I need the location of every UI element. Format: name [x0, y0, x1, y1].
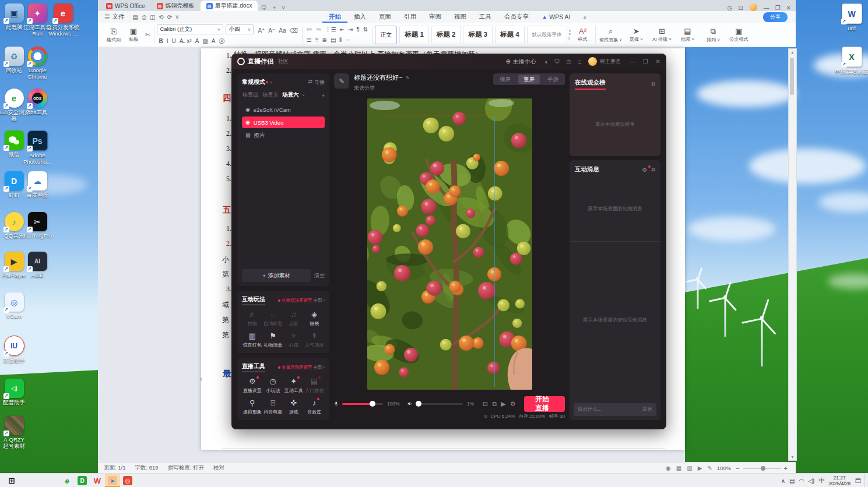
source-USB3 Video[interactable]: ◉USB3 Video: [242, 117, 325, 128]
wps-window-tab[interactable]: ▤最早搭建.docx: [201, 1, 258, 11]
mode-手游[interactable]: 手游: [542, 75, 564, 84]
speaker-volume-slider[interactable]: [416, 403, 463, 405]
cut-icon[interactable]: ✄: [143, 30, 152, 39]
headset-icon[interactable]: ◑: [544, 58, 548, 65]
toolbar-icon[interactable]: ≡: [314, 36, 321, 44]
toolbar-icon[interactable]: A⁻: [266, 27, 277, 34]
tool-AI 排版[interactable]: ⊞AI 排版 ˅: [649, 27, 675, 43]
tab-插入[interactable]: 插入: [347, 11, 372, 23]
tool-选择[interactable]: ➤选择 ˅: [624, 27, 649, 43]
feature-游戏[interactable]: ✜游戏: [283, 399, 304, 415]
taskbar-wps[interactable]: W: [90, 474, 105, 487]
redo-icon[interactable]: ⟳: [166, 13, 174, 22]
minimize-button[interactable]: —: [630, 58, 635, 65]
vertical-scrollbar[interactable]: ▲ ▼: [788, 48, 797, 461]
feature-悦唱[interactable]: ♬悦唱: [242, 310, 263, 327]
avatar[interactable]: [588, 57, 597, 66]
style-heading[interactable]: 标题 4: [495, 26, 525, 44]
feature-直播设置[interactable]: ⚙直播设置: [242, 377, 263, 394]
section-more-link[interactable]: 全部 ›: [313, 365, 325, 370]
username[interactable]: 称王赛圣: [600, 58, 621, 65]
toolbar-icon[interactable]: ▤: [329, 36, 338, 44]
save-icon[interactable]: ▤: [131, 13, 139, 22]
undo-icon[interactable]: ⟲: [157, 13, 165, 22]
style-heading[interactable]: 标题 1: [399, 26, 429, 44]
zoom-out-button[interactable]: −: [736, 465, 739, 472]
section-more-link[interactable]: 全部 ›: [313, 298, 325, 304]
wps-window-tab[interactable]: ▤炼钢壳模板: [151, 1, 201, 11]
avatar[interactable]: [750, 3, 757, 11]
desktop-icon-ps[interactable]: Ps↗Adobe Photosho...: [26, 130, 49, 165]
view-mode-icon[interactable]: ▦: [676, 465, 681, 471]
desktop-icon-e360[interactable]: e↗360安全浏览 器: [2, 89, 26, 122]
share-button[interactable]: 分享: [763, 12, 788, 22]
tab-会员专享[interactable]: 会员专享: [498, 11, 535, 23]
scene-tab-场景六[interactable]: 场景六: [282, 91, 299, 99]
style-set-button[interactable]: A²样式: [573, 27, 593, 43]
tool-排列[interactable]: ⧉排列 ˅: [701, 27, 726, 43]
wps-window-tab[interactable]: WWPS Office: [100, 1, 151, 11]
desktop-icon-speaker[interactable]: ◁)↗配音助手: [2, 379, 26, 406]
preview-video[interactable]: [367, 98, 532, 390]
file-menu[interactable]: ☰文件: [98, 11, 131, 23]
director-mode-button[interactable]: ⇄导播: [308, 79, 325, 86]
feature-福袋[interactable]: ◈福袋: [304, 310, 325, 327]
settings-gear-icon[interactable]: ⚙: [510, 400, 516, 408]
feature-虚拟形象[interactable]: ⚲虚拟形象: [242, 399, 263, 415]
menu-icon[interactable]: ≡: [578, 58, 581, 65]
desktop-icon-aize[interactable]: AI↗AIZE: [26, 252, 49, 279]
mode-竖屏[interactable]: 竖屏: [518, 75, 540, 84]
style-heading[interactable]: 默认段落字体: [527, 26, 567, 44]
paragraph-handle-icon[interactable]: ⁞⁞: [200, 376, 202, 382]
scrollbar-thumb[interactable]: [790, 58, 794, 95]
taskbar-dev-green[interactable]: D: [75, 474, 90, 487]
font-name-select[interactable]: Calibri (正文)˅: [157, 24, 223, 34]
feature-点歌[interactable]: ♫点歌: [283, 310, 304, 327]
toolbar-icon[interactable]: A: [194, 37, 201, 45]
toolbar-icon[interactable]: ⇤: [338, 25, 346, 34]
toolbar-icon[interactable]: ▨: [201, 37, 209, 45]
maximize-button[interactable]: ❐: [772, 5, 783, 11]
desktop-icon-ebag[interactable]: e↗会员分发系统 Windows-...: [51, 3, 75, 37]
network-icon[interactable]: ◠: [799, 478, 804, 484]
virtual-camera-icon[interactable]: ▶: [501, 400, 505, 408]
show-desktop-button[interactable]: [865, 474, 868, 487]
feature-音效库[interactable]: ♪音效库: [304, 399, 325, 415]
feature-入门教程[interactable]: ▤入门教程: [304, 377, 325, 394]
tab-视图[interactable]: 视图: [448, 11, 473, 23]
popout-icon[interactable]: ⧉: [652, 81, 655, 87]
tool-批阅[interactable]: ▤批阅 ˅: [675, 27, 701, 43]
feature-自动欢迎[interactable]: ◌自动欢迎: [263, 310, 284, 327]
preview-icon[interactable]: ◫: [148, 13, 157, 22]
action-center-icon[interactable]: 🗔: [855, 478, 861, 484]
desktop-icon-chrome[interactable]: ↗Google Chrome: [26, 47, 49, 80]
tab-审阅[interactable]: 审阅: [423, 11, 448, 23]
view-mode-icon[interactable]: ▶: [698, 465, 702, 471]
tool-公文模式[interactable]: ▣公文模式: [726, 27, 752, 43]
style-heading[interactable]: 标题 3: [463, 26, 493, 44]
stream-title[interactable]: 标题还没有想好~: [354, 73, 402, 82]
style-heading[interactable]: 标题 2: [431, 26, 461, 44]
chevron-up-icon[interactable]: ∧: [781, 478, 785, 484]
source-图片[interactable]: ▧图片: [242, 129, 325, 141]
zoom-slider[interactable]: [743, 468, 781, 469]
view-mode-icon[interactable]: ▥: [687, 465, 692, 471]
mode-横屏[interactable]: 横屏: [494, 75, 516, 84]
add-scene-button[interactable]: +: [321, 92, 325, 98]
history-icon[interactable]: ◷: [725, 5, 736, 11]
chat-bubble-icon[interactable]: 🗨: [554, 58, 560, 65]
close-button[interactable]: ✕: [656, 58, 660, 65]
scene-tab-场景四[interactable]: 场景四: [242, 91, 259, 99]
add-material-button[interactable]: +添加素材: [242, 269, 311, 282]
speaker-icon[interactable]: [407, 400, 413, 407]
camera-flip-icon[interactable]: ⧉: [492, 400, 497, 408]
desktop-icon-exceldoc[interactable]: X↗申报实名认证: [840, 47, 863, 75]
taskbar-browser-e[interactable]: e: [59, 474, 75, 487]
feature-互动工具[interactable]: ✦互动工具: [283, 377, 304, 394]
comment-icon[interactable]: 🗨: [258, 5, 269, 11]
toolbar-icon[interactable]: ⋮☰: [324, 25, 338, 34]
scroll-up-icon[interactable]: ▲: [789, 50, 796, 54]
desktop-icon-obs[interactable]: obs↗obs工具: [26, 89, 49, 116]
send-button[interactable]: 发送: [642, 406, 652, 413]
viewers-tab[interactable]: 在线观众榜: [575, 79, 606, 90]
